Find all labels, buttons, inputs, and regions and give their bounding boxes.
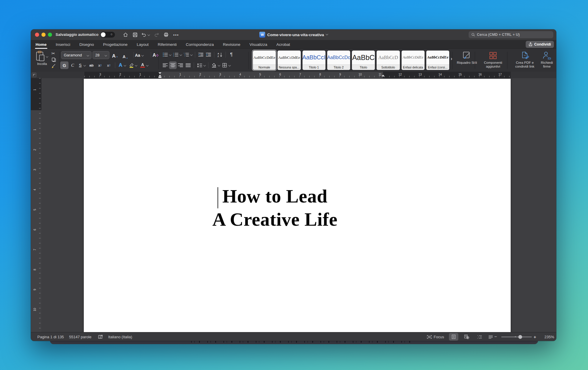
grow-font-button[interactable]: A⌃ (112, 51, 118, 59)
bullet-list-chevron-icon[interactable] (169, 53, 171, 56)
share-button[interactable]: Condividi (526, 41, 554, 48)
style-titolo-1[interactable]: AaBbCcI Titolo 1 (303, 51, 325, 70)
tab-corrispondenza[interactable]: Corrispondenza (185, 42, 214, 47)
zoom-out-button[interactable]: − (494, 332, 500, 341)
align-right-button[interactable] (177, 61, 184, 69)
left-indent-marker[interactable] (158, 77, 161, 78)
tab-acrobat[interactable]: Acrobat (276, 42, 291, 47)
numbered-list-button[interactable]: 123 (172, 51, 180, 58)
increase-indent-button[interactable] (205, 51, 212, 58)
tab-disegno[interactable]: Disegno (79, 42, 95, 47)
style-titolo[interactable]: AaBbC Titolo (352, 51, 375, 70)
hanging-indent-marker[interactable] (158, 75, 161, 76)
multilevel-list-button[interactable]: 1ai (183, 51, 190, 58)
paste-chevron-icon[interactable] (46, 55, 48, 58)
save-button[interactable] (131, 31, 138, 38)
highlight-chevron-icon[interactable] (135, 64, 137, 66)
highlight-button[interactable] (128, 61, 135, 69)
word-count[interactable]: 55147 parole (69, 332, 91, 341)
close-window-button[interactable] (35, 33, 39, 37)
change-case-button[interactable]: Aa (135, 51, 143, 59)
bold-button[interactable]: G (60, 61, 69, 69)
first-line-indent-marker[interactable] (158, 72, 161, 74)
strikethrough-button[interactable]: ab (87, 61, 96, 69)
document-title-line1[interactable]: How to Lead (84, 185, 466, 208)
more-styles-button[interactable]: › (451, 56, 452, 61)
paste-button[interactable] (36, 51, 46, 63)
print-button[interactable] (163, 31, 170, 38)
show-paragraph-marks-button[interactable]: ¶ (228, 51, 235, 58)
more-commands-button[interactable]: ••• (173, 31, 180, 38)
tab-selector-icon[interactable] (32, 73, 36, 77)
style-enfasi-corsivo[interactable]: AaBbCcDdEe Enfasi (corsi... (426, 51, 449, 70)
style-sottotitolo[interactable]: AaBbCcD Sottotitolo (377, 51, 400, 70)
tab-progettazione[interactable]: Progettazione (103, 42, 128, 47)
tab-visualizza[interactable]: Visualizza (249, 42, 268, 47)
tab-revisione[interactable]: Revisione (222, 42, 241, 47)
cut-button[interactable]: ✂ (51, 51, 55, 56)
style-nessuna-spaziatura[interactable]: AaBbCcDdEe Nessuna spa... (278, 51, 300, 70)
subscript-button[interactable]: x2 (96, 61, 104, 69)
line-spacing-button[interactable] (196, 61, 203, 69)
create-pdf-share-link-button[interactable]: Crea PDF e condividi link (510, 50, 540, 68)
tab-riferimenti[interactable]: Riferimenti (157, 42, 177, 47)
home-button[interactable] (122, 31, 129, 38)
tab-inserisci[interactable]: Inserisci (55, 42, 71, 47)
italic-button[interactable]: C (69, 61, 77, 69)
outline-view-button[interactable] (475, 333, 484, 341)
align-center-button[interactable] (169, 61, 177, 69)
sort-button[interactable]: AZ (216, 51, 224, 58)
zoom-window-button[interactable] (48, 33, 52, 37)
web-layout-view-button[interactable] (462, 333, 471, 341)
shading-button[interactable] (210, 61, 218, 69)
undo-button[interactable] (140, 31, 147, 38)
document-title-line2[interactable]: A Creative Life (84, 208, 466, 231)
shading-chevron-icon[interactable] (218, 64, 220, 66)
document-title[interactable]: Come-vivere-una-vita-creativa (267, 33, 324, 37)
align-left-button[interactable] (161, 61, 169, 69)
copy-button[interactable] (51, 57, 56, 63)
request-signatures-button[interactable]: x Richiedi firme (538, 50, 555, 68)
tab-home[interactable]: Home (35, 42, 47, 47)
shrink-font-button[interactable]: A⌄ (123, 51, 128, 59)
search-input[interactable] (477, 33, 551, 37)
underline-chevron-icon[interactable] (83, 64, 86, 66)
zoom-level[interactable]: 235% (541, 332, 554, 341)
text-effects-button[interactable]: A (117, 61, 124, 69)
focus-mode-button[interactable]: Focus (427, 332, 444, 341)
multilevel-list-chevron-icon[interactable] (190, 53, 193, 56)
search-field[interactable] (469, 31, 553, 38)
page-indicator[interactable]: Pagina 1 di 135 (37, 332, 64, 341)
language-indicator[interactable]: Italiano (Italia) (108, 332, 132, 341)
clear-formatting-button[interactable]: A◇ (153, 51, 158, 59)
zoom-slider[interactable] (501, 336, 532, 337)
font-color-button[interactable]: A (139, 61, 146, 69)
style-enfasi-delicata[interactable]: AaBbCcDdEe Enfasi delicata (402, 51, 425, 70)
font-name-select[interactable]: Garamond (61, 51, 91, 59)
borders-button[interactable] (221, 61, 228, 69)
zoom-slider-thumb[interactable] (518, 335, 522, 339)
minimize-window-button[interactable] (41, 33, 46, 37)
decrease-indent-button[interactable] (197, 51, 205, 58)
bullet-list-button[interactable] (161, 51, 169, 58)
tab-layout[interactable]: Layout (136, 42, 149, 47)
vertical-ruler[interactable]: 112345678910 (31, 78, 41, 332)
undo-chevron-icon[interactable] (148, 34, 150, 36)
zoom-in-button[interactable]: + (534, 332, 539, 341)
text-effects-chevron-icon[interactable] (124, 64, 126, 66)
proofing-status-button[interactable] (98, 332, 103, 341)
title-chevron-icon[interactable] (326, 33, 328, 35)
line-spacing-chevron-icon[interactable] (203, 64, 206, 66)
numbered-list-chevron-icon[interactable] (180, 53, 182, 56)
autosave-toggle[interactable]: o (100, 32, 115, 38)
superscript-button[interactable]: x2 (104, 61, 113, 69)
font-color-chevron-icon[interactable] (146, 64, 148, 66)
style-titolo-2[interactable]: AaBbCcDc Titolo 2 (327, 51, 350, 70)
borders-chevron-icon[interactable] (228, 64, 231, 66)
document-page[interactable]: How to Lead A Creative Life (84, 79, 511, 332)
font-size-select[interactable]: 28 (93, 51, 109, 59)
format-painter-button[interactable] (51, 64, 56, 70)
addins-button[interactable]: Componenti aggiuntivi (478, 50, 508, 68)
horizontal-ruler[interactable]: 3211234567891011121314151617 (31, 72, 556, 78)
document-text[interactable]: How to Lead A Creative Life (84, 185, 466, 231)
